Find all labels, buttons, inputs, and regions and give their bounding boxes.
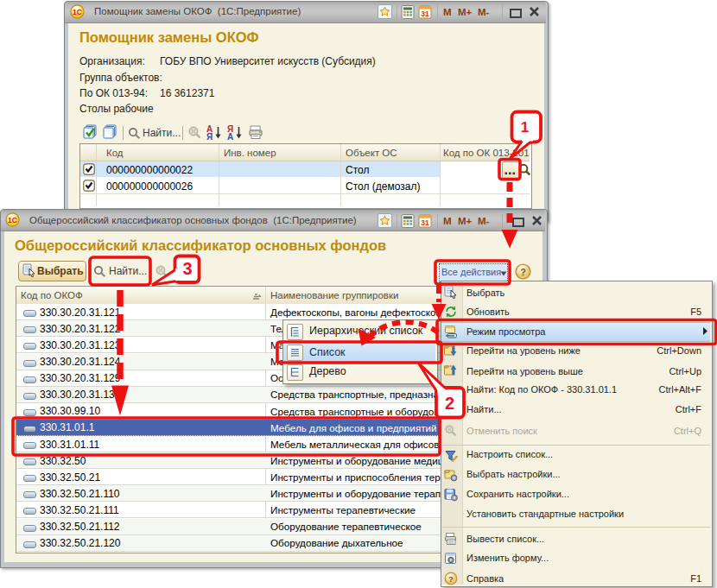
svg-text:3: 3 — [182, 259, 192, 278]
svg-text:1: 1 — [521, 119, 529, 136]
svg-text:2: 2 — [445, 394, 454, 413]
